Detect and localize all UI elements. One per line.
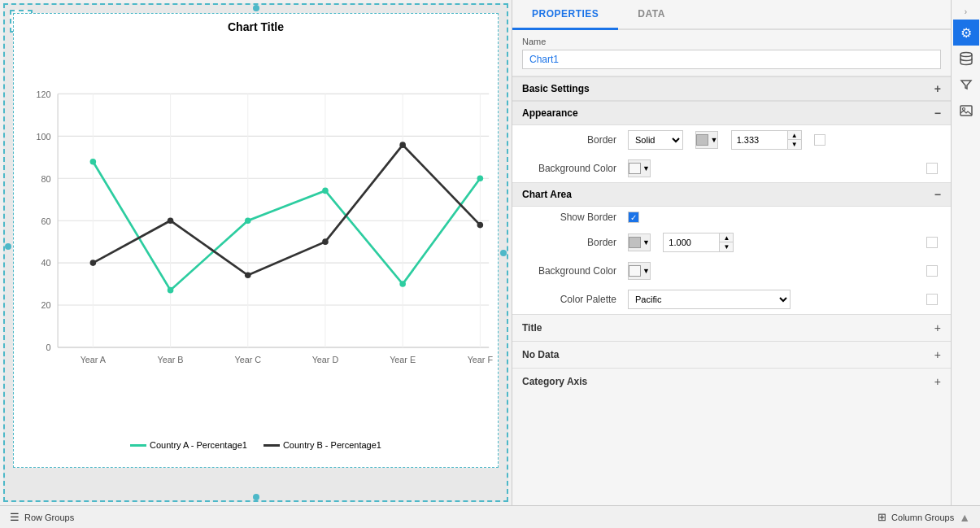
color-palette-label: Color Palette bbox=[525, 294, 623, 305]
row-groups-icon: ☰ bbox=[10, 511, 20, 523]
legend-item-a: Country A - Percentage1 bbox=[130, 440, 247, 450]
border-checkbox[interactable] bbox=[814, 134, 825, 146]
bg-color-row: Background Color ▼ bbox=[512, 155, 951, 182]
title-section-header[interactable]: Title + bbox=[512, 314, 951, 341]
svg-text:120: 120 bbox=[36, 89, 50, 99]
border-color-swatch[interactable]: ▼ bbox=[695, 131, 718, 149]
properties-panel: PROPERTIES DATA Name Basic Settings + Ap… bbox=[512, 0, 951, 505]
category-axis-section-header[interactable]: Category Axis + bbox=[512, 368, 951, 395]
border-spinner: ▲ ▼ bbox=[788, 130, 802, 150]
svg-text:40: 40 bbox=[41, 258, 50, 268]
svg-point-37 bbox=[322, 238, 329, 245]
border-style-select[interactable]: Solid Dashed Dotted None bbox=[628, 130, 683, 150]
tab-data[interactable]: DATA bbox=[618, 0, 685, 30]
chart-area-toggle[interactable]: − bbox=[934, 188, 941, 201]
chart-area-header[interactable]: Chart Area − bbox=[512, 182, 951, 207]
chart-border-checkbox[interactable] bbox=[926, 237, 938, 248]
border-color-chevron: ▼ bbox=[710, 136, 717, 144]
chart-border-label: Border bbox=[525, 237, 623, 248]
category-axis-section-label: Category Axis bbox=[522, 376, 587, 387]
legend-item-b: Country B - Percentage1 bbox=[264, 440, 381, 450]
legend-color-a bbox=[130, 444, 146, 447]
color-palette-row: Color Palette Pacific Default Earth Pebb… bbox=[512, 285, 951, 314]
color-palette-select[interactable]: Pacific Default Earth Pebbles Pastel bbox=[628, 290, 791, 309]
chart-bg-checkbox[interactable] bbox=[926, 265, 938, 277]
svg-text:60: 60 bbox=[41, 216, 50, 226]
palette-select-wrap: Pacific Default Earth Pebbles Pastel bbox=[628, 290, 791, 309]
sidebar-icon-filter[interactable] bbox=[953, 72, 979, 98]
border-spin-up[interactable]: ▲ bbox=[788, 131, 801, 140]
svg-point-29 bbox=[168, 287, 174, 294]
svg-point-30 bbox=[245, 217, 251, 224]
bg-color-checkbox[interactable] bbox=[926, 163, 938, 174]
chart-border-color-inner bbox=[629, 237, 641, 248]
bg-color-label: Background Color bbox=[525, 163, 623, 174]
bg-color-inner bbox=[629, 163, 641, 174]
legend-color-b bbox=[264, 444, 280, 447]
chart-border-value-wrap: ▲ ▼ bbox=[663, 233, 734, 252]
chart-legend: Country A - Percentage1 Country B - Perc… bbox=[14, 435, 498, 455]
svg-point-32 bbox=[399, 281, 406, 287]
chart-border-spin-down[interactable]: ▼ bbox=[720, 242, 733, 251]
svg-text:80: 80 bbox=[41, 174, 50, 184]
sidebar-icon-database[interactable] bbox=[953, 46, 979, 72]
chart-border-row: Border ▼ ▲ ▼ bbox=[512, 228, 951, 257]
sidebar-icon-image[interactable] bbox=[953, 98, 979, 124]
bg-color-chevron: ▼ bbox=[642, 164, 650, 172]
chart-border-color-swatch[interactable]: ▼ bbox=[628, 233, 651, 251]
svg-point-38 bbox=[399, 142, 406, 148]
appearance-rows: Border Solid Dashed Dotted None ▼ bbox=[512, 125, 951, 182]
properties-content: Name Basic Settings + Appearance − Borde… bbox=[512, 30, 951, 505]
border-value-input[interactable] bbox=[731, 130, 788, 150]
basic-settings-header[interactable]: Basic Settings + bbox=[512, 76, 951, 101]
bottom-collapse-btn[interactable]: ▲ bbox=[959, 511, 970, 524]
tab-properties[interactable]: PROPERTIES bbox=[512, 0, 618, 30]
handle-top[interactable] bbox=[253, 5, 259, 11]
svg-text:Year A: Year A bbox=[81, 355, 107, 364]
svg-text:100: 100 bbox=[36, 132, 50, 142]
basic-settings-label: Basic Settings bbox=[522, 83, 590, 94]
show-border-checkbox[interactable]: ✓ bbox=[628, 212, 639, 223]
chart-container: Chart Title 120 100 80 60 40 bbox=[13, 13, 499, 468]
chart-area-rows: Show Border ✓ Border ▼ ▲ ▼ bbox=[512, 207, 951, 314]
chart-border-color-chevron: ▼ bbox=[642, 238, 650, 247]
right-sidebar: › ⚙ bbox=[951, 0, 980, 505]
category-axis-expand-btn[interactable]: + bbox=[934, 375, 941, 388]
appearance-toggle[interactable]: − bbox=[934, 107, 941, 120]
handle-bottom[interactable] bbox=[253, 494, 259, 500]
chart-title: Chart Title bbox=[14, 14, 498, 37]
show-border-row: Show Border ✓ bbox=[512, 207, 951, 228]
chart-border-spin-up[interactable]: ▲ bbox=[720, 233, 733, 242]
svg-point-31 bbox=[322, 188, 329, 194]
sidebar-collapse-btn[interactable]: › bbox=[953, 3, 979, 20]
chart-svg: 120 100 80 60 40 20 0 Year A Year B Year… bbox=[14, 37, 498, 433]
chart-border-value-input[interactable] bbox=[663, 233, 720, 252]
no-data-expand-btn[interactable]: + bbox=[934, 348, 941, 361]
title-expand-btn[interactable]: + bbox=[934, 321, 941, 334]
chart-bg-color-swatch[interactable]: ▼ bbox=[628, 262, 651, 280]
svg-point-33 bbox=[477, 175, 484, 181]
sidebar-icon-gear[interactable]: ⚙ bbox=[953, 20, 979, 46]
legend-label-a: Country A - Percentage1 bbox=[150, 440, 247, 450]
show-border-label: Show Border bbox=[525, 212, 623, 223]
appearance-header[interactable]: Appearance − bbox=[512, 101, 951, 125]
basic-settings-toggle[interactable]: + bbox=[934, 82, 941, 95]
name-input[interactable] bbox=[522, 50, 941, 69]
palette-checkbox[interactable] bbox=[926, 294, 938, 305]
svg-point-40 bbox=[960, 53, 972, 57]
handle-right[interactable] bbox=[500, 250, 507, 256]
chart-panel: ⊕ Chart Title 120 100 bbox=[3, 3, 508, 502]
border-spin-down[interactable]: ▼ bbox=[788, 140, 801, 149]
svg-text:Year F: Year F bbox=[468, 355, 494, 364]
no-data-section-header[interactable]: No Data + bbox=[512, 341, 951, 368]
bg-color-swatch[interactable]: ▼ bbox=[628, 159, 651, 177]
svg-point-36 bbox=[245, 272, 251, 278]
svg-point-42 bbox=[962, 108, 965, 111]
border-value-wrap: ▲ ▼ bbox=[731, 130, 802, 150]
svg-text:Year E: Year E bbox=[390, 355, 416, 364]
svg-point-35 bbox=[168, 217, 174, 224]
svg-point-34 bbox=[90, 260, 97, 266]
handle-left[interactable] bbox=[5, 243, 11, 250]
border-label: Border bbox=[525, 134, 623, 146]
bottom-bar: ☰ Row Groups ⊞ Column Groups ▲ bbox=[0, 505, 980, 528]
